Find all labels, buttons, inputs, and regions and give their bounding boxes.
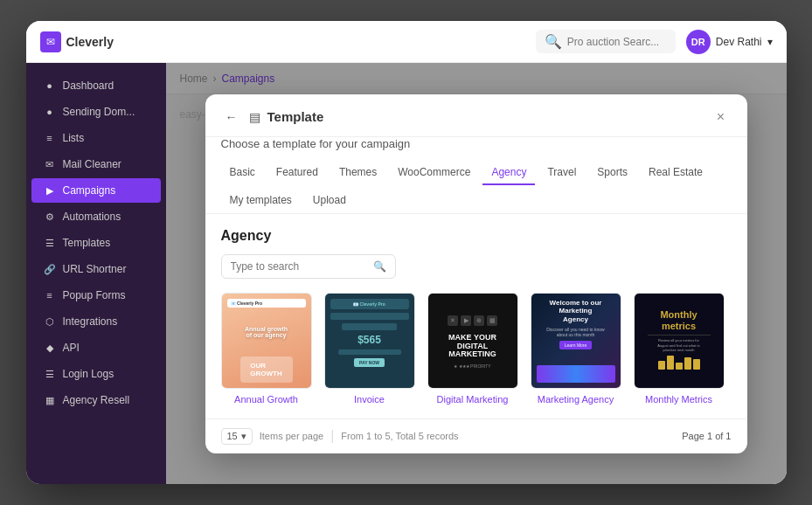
tmpl-dm-icon3: ⊕ bbox=[474, 315, 484, 326]
sidebar-item-login-logs[interactable]: ☰ Login Logs bbox=[31, 362, 161, 386]
sidebar-item-mail-cleaner[interactable]: ✉ Mail Cleaner bbox=[31, 152, 161, 176]
template-preview-marketing-agency: Welcome to ourMarketingAgency Discover a… bbox=[531, 294, 621, 388]
api-icon: ◆ bbox=[44, 342, 56, 354]
tab-real-estate[interactable]: Real Estate bbox=[640, 161, 711, 185]
template-label-marketing-agency: Marketing Agency bbox=[538, 394, 614, 405]
content-area: Home › Campaigns easy-to- ← ▤ bbox=[166, 63, 787, 484]
tmpl-dm-text: MAKE YOURDIGITALMARKETING bbox=[447, 332, 498, 362]
main-area: ● Dashboard ● Sending Dom... ≡ Lists ✉ M… bbox=[26, 63, 787, 484]
template-thumbnail-digital-marketing: ✕ ▶ ⊕ ▦ MAKE YOURDIGITALMARKETING ★ ★★★ … bbox=[427, 293, 518, 389]
sidebar-item-label: Templates bbox=[63, 237, 111, 249]
tab-upload[interactable]: Upload bbox=[304, 189, 355, 213]
template-card-marketing-agency[interactable]: Welcome to ourMarketingAgency Discover a… bbox=[531, 293, 621, 405]
sidebar-item-popup-forms[interactable]: ≡ Popup Forms bbox=[31, 283, 161, 308]
template-label-digital-marketing: Digital Marketing bbox=[437, 394, 509, 405]
sidebar-item-integrations[interactable]: ⬡ Integrations bbox=[31, 309, 161, 334]
sidebar-item-label: Sending Dom... bbox=[63, 106, 135, 118]
app-window: ✉ Cleverly 🔍 DR Dev Rathi ▾ ● Dashboard … bbox=[26, 21, 787, 484]
sidebar: ● Dashboard ● Sending Dom... ≡ Lists ✉ M… bbox=[26, 63, 166, 484]
sidebar-item-automations[interactable]: ⚙ Automations bbox=[31, 204, 161, 229]
sidebar-item-label: Automations bbox=[63, 211, 121, 223]
avatar: DR bbox=[686, 30, 711, 54]
template-card-annual-growth[interactable]: 📧 Cleverly Pro Annual growthof our agenc… bbox=[221, 293, 312, 405]
sidebar-item-templates[interactable]: ☰ Templates bbox=[31, 231, 161, 255]
chevron-down-icon: ▾ bbox=[767, 36, 773, 48]
tab-themes[interactable]: Themes bbox=[330, 161, 385, 185]
sidebar-item-label: API bbox=[63, 342, 80, 354]
modal-overlay: ← ▤ Template × Choose a template for you… bbox=[166, 63, 787, 484]
template-label-annual-growth: Annual Growth bbox=[234, 394, 298, 405]
modal-close-button[interactable]: × bbox=[711, 107, 732, 128]
popup-forms-icon: ≡ bbox=[44, 290, 56, 301]
logo-text: Cleverly bbox=[66, 35, 114, 49]
template-preview-annual-growth: 📧 Cleverly Pro Annual growthof our agenc… bbox=[222, 294, 311, 388]
tmpl-met-bars bbox=[656, 356, 702, 371]
pagination-page: Page 1 of 1 bbox=[682, 431, 731, 441]
search-icon: 🔍 bbox=[373, 260, 386, 273]
per-page-select[interactable]: 15 ▾ bbox=[221, 428, 253, 445]
tmpl-ma-title: Welcome to ourMarketingAgency bbox=[550, 299, 602, 324]
template-modal: ← ▤ Template × Choose a template for you… bbox=[205, 94, 747, 453]
template-icon: ▤ bbox=[249, 110, 260, 124]
modal-tabs: Basic Featured Themes WooCommerce Agency… bbox=[205, 161, 747, 214]
tab-agency[interactable]: Agency bbox=[482, 161, 535, 185]
tab-travel[interactable]: Travel bbox=[538, 161, 585, 185]
sidebar-item-agency-resell[interactable]: ▦ Agency Resell bbox=[31, 388, 161, 412]
tab-basic[interactable]: Basic bbox=[221, 161, 264, 185]
template-card-digital-marketing[interactable]: ✕ ▶ ⊕ ▦ MAKE YOURDIGITALMARKETING ★ ★★★ … bbox=[427, 293, 518, 405]
sidebar-item-label: Integrations bbox=[63, 315, 118, 328]
template-search[interactable]: 🔍 bbox=[221, 254, 396, 279]
logo-icon: ✉ bbox=[40, 31, 61, 52]
template-preview-invoice: 📧 Cleverly Pro $565 PAY NOW bbox=[325, 294, 414, 388]
template-card-monthly-metrics[interactable]: Monthlymetrics Review all your metrics f… bbox=[634, 293, 725, 405]
modal-back-button[interactable]: ← bbox=[221, 107, 242, 128]
sidebar-item-api[interactable]: ◆ API bbox=[31, 336, 161, 360]
sidebar-item-sending-domains[interactable]: ● Sending Dom... bbox=[31, 100, 161, 124]
login-logs-icon: ☰ bbox=[44, 369, 56, 380]
template-search-input[interactable] bbox=[231, 260, 368, 273]
sidebar-item-label: Agency Resell bbox=[63, 394, 130, 406]
tmpl-met-bar4 bbox=[684, 357, 691, 370]
tmpl-box: OURGROWTH bbox=[240, 356, 293, 383]
tmpl-met-line bbox=[648, 335, 711, 336]
templates-icon: ☰ bbox=[44, 238, 56, 249]
sidebar-item-url-shortner[interactable]: 🔗 URL Shortner bbox=[31, 257, 161, 281]
tab-my-templates[interactable]: My templates bbox=[221, 189, 301, 213]
template-label-invoice: Invoice bbox=[354, 394, 385, 405]
user-menu[interactable]: DR Dev Rathi ▾ bbox=[686, 30, 773, 54]
tmpl-dm-icon1: ✕ bbox=[448, 315, 458, 326]
search-input[interactable] bbox=[567, 36, 667, 48]
sidebar-item-label: Dashboard bbox=[63, 80, 115, 92]
tmpl-dm-sub: ★ ★★★ PRIORITY bbox=[454, 363, 490, 369]
sidebar-item-label: Lists bbox=[63, 132, 85, 144]
template-card-invoice[interactable]: 📧 Cleverly Pro $565 PAY NOW Invoice bbox=[324, 293, 415, 405]
sidebar-item-label: Login Logs bbox=[63, 368, 115, 380]
tmpl-inv-line1 bbox=[330, 313, 409, 320]
tab-woocommerce[interactable]: WooCommerce bbox=[389, 161, 479, 185]
sidebar-item-label: Mail Cleaner bbox=[63, 158, 121, 170]
sidebar-item-campaigns[interactable]: ▶ Campaigns bbox=[31, 178, 161, 203]
tmpl-ma-btn: Learn More bbox=[559, 341, 593, 349]
tab-sports[interactable]: Sports bbox=[588, 161, 636, 185]
tmpl-inv-amount: $565 bbox=[357, 334, 381, 346]
sidebar-item-dashboard[interactable]: ● Dashboard bbox=[31, 73, 161, 98]
user-name: Dev Rathi bbox=[716, 36, 762, 48]
per-page-value: 15 bbox=[227, 431, 238, 441]
section-heading: Agency bbox=[221, 228, 732, 244]
lists-icon: ≡ bbox=[44, 133, 56, 143]
template-grid: 📧 Cleverly Pro Annual growthof our agenc… bbox=[221, 293, 732, 405]
sidebar-item-lists[interactable]: ≡ Lists bbox=[31, 126, 161, 150]
tmpl-met-bar2 bbox=[667, 356, 674, 370]
template-thumbnail-marketing-agency: Welcome to ourMarketingAgency Discover a… bbox=[531, 293, 621, 389]
integrations-icon: ⬡ bbox=[44, 316, 56, 328]
template-thumbnail-monthly-metrics: Monthlymetrics Review all your metrics f… bbox=[634, 293, 725, 389]
tmpl-dm-icon2: ▶ bbox=[461, 315, 471, 326]
global-search[interactable]: 🔍 bbox=[536, 30, 676, 53]
tmpl-met-text: Review all your metrics forAugust and fi… bbox=[656, 338, 701, 353]
tab-featured[interactable]: Featured bbox=[267, 161, 327, 185]
template-preview-monthly-metrics: Monthlymetrics Review all your metrics f… bbox=[635, 294, 724, 388]
tmpl-ma-wave bbox=[537, 365, 615, 383]
sending-domains-icon: ● bbox=[44, 107, 56, 117]
agency-resell-icon: ▦ bbox=[44, 395, 56, 406]
template-preview-digital-marketing: ✕ ▶ ⊕ ▦ MAKE YOURDIGITALMARKETING ★ ★★★ … bbox=[428, 294, 517, 388]
